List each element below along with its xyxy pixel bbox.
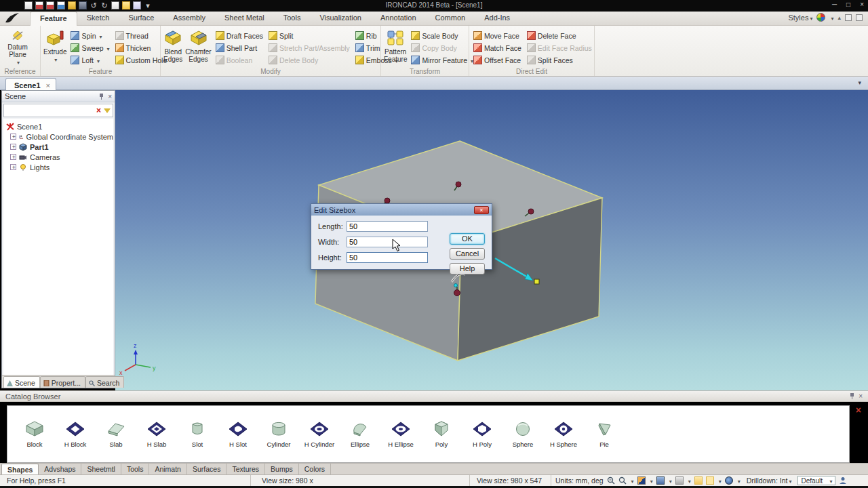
orbit-icon[interactable]: [675, 476, 684, 485]
expand-icon[interactable]: [10, 144, 16, 150]
catalog-tab-animatn[interactable]: Animatn: [149, 464, 187, 474]
config-select[interactable]: Default: [797, 476, 835, 485]
offset-face-button[interactable]: Offset Face: [472, 55, 523, 65]
help-dropdown-arrow-icon[interactable]: [829, 14, 833, 22]
catalog-item-h-cylinder[interactable]: H Cylinder: [299, 420, 340, 448]
tree-item-lights[interactable]: Lights: [3, 162, 113, 172]
catalog-item-h-block[interactable]: H Block: [55, 420, 96, 448]
boolean-button[interactable]: Boolean: [214, 55, 264, 65]
split-button[interactable]: Split: [267, 30, 351, 41]
pin-icon[interactable]: [98, 93, 104, 100]
catalog-item-poly[interactable]: Poly: [421, 420, 462, 448]
render-dropdown-icon[interactable]: [668, 476, 672, 485]
zoom-dropdown-icon[interactable]: [630, 476, 634, 485]
stretch-part-button[interactable]: Stretch Part/Assembly: [267, 43, 351, 53]
dialog-close-button[interactable]: [474, 206, 489, 214]
catalog-item-block[interactable]: Block: [14, 420, 55, 448]
catalog-item-pie[interactable]: Pie: [584, 420, 625, 448]
tree-item-scene1[interactable]: Scene1: [3, 121, 113, 131]
document-tab-scene1[interactable]: Scene1: [5, 78, 56, 90]
panel-close-icon[interactable]: ×: [108, 93, 112, 100]
catalog-tab-sheetmtl[interactable]: Sheetmtl: [81, 464, 121, 474]
style-panel-icon[interactable]: [845, 14, 852, 21]
zoom-out-icon[interactable]: [618, 476, 627, 485]
camera-view-icon[interactable]: [637, 476, 646, 485]
move-face-button[interactable]: Move Face: [472, 30, 523, 41]
delete-face-button[interactable]: Delete Face: [526, 30, 593, 41]
catalog-page-close-icon[interactable]: ×: [856, 405, 861, 415]
catalog-item-h-ellipse[interactable]: H Ellipse: [380, 420, 421, 448]
edit-face-radius-button[interactable]: Edit Face Radius: [526, 43, 593, 53]
cancel-button[interactable]: Cancel: [450, 248, 485, 260]
tab-annotation[interactable]: Annotation: [371, 12, 426, 26]
scene-filter-bar[interactable]: ×: [3, 104, 113, 117]
width-field[interactable]: [347, 237, 428, 247]
catalog-tab-surfaces[interactable]: Surfaces: [187, 464, 226, 474]
tree-item-part1[interactable]: Part1: [3, 142, 113, 152]
mirror-feature-button[interactable]: Mirror Feature: [410, 55, 475, 65]
scale-body-button[interactable]: Scale Body: [410, 30, 475, 41]
styles-dropdown[interactable]: Styles: [788, 14, 812, 22]
maximize-button[interactable]: □: [846, 1, 850, 8]
tree-item-global-coordinate-system[interactable]: Global Coordinate System: [3, 131, 113, 142]
catalog-close-icon[interactable]: ×: [859, 392, 863, 400]
size-handle-top[interactable]: [456, 182, 461, 187]
size-handle-left[interactable]: [384, 198, 390, 203]
clear-filter-icon[interactable]: ×: [96, 106, 101, 115]
catalog-item-slot[interactable]: Slot: [177, 420, 218, 448]
tab-assembly[interactable]: Assembly: [163, 12, 215, 26]
selection-mode-icon[interactable]: [706, 476, 714, 485]
shaded-dropdown-icon[interactable]: [736, 476, 741, 485]
loft-button[interactable]: Loft: [69, 55, 111, 65]
shell-part-button[interactable]: Shell Part: [214, 43, 264, 53]
help-button[interactable]: Help: [450, 263, 485, 274]
catalog-item-h-slab[interactable]: H Slab: [136, 420, 177, 448]
catalog-tab-textures[interactable]: Textures: [226, 464, 265, 474]
tab-common[interactable]: Common: [426, 12, 475, 26]
tab-tools[interactable]: Tools: [274, 12, 311, 26]
catalog-item-h-poly[interactable]: H Poly: [462, 420, 502, 448]
size-handle-right[interactable]: [528, 209, 534, 214]
tab-list-dropdown-icon[interactable]: ▾: [858, 79, 861, 86]
tab-close-icon[interactable]: [46, 81, 50, 89]
chamfer-edges-button[interactable]: Chamfer Edges: [185, 28, 211, 66]
height-field[interactable]: [347, 252, 428, 263]
tree-item-cameras[interactable]: Cameras: [3, 152, 113, 162]
render-mode-icon[interactable]: [656, 476, 665, 485]
expand-icon[interactable]: [10, 164, 16, 170]
datum-plane-button[interactable]: Datum Plane: [3, 28, 33, 66]
ok-button[interactable]: OK: [450, 233, 485, 245]
shaded-view-icon[interactable]: [725, 476, 733, 485]
catalog-pin-icon[interactable]: [849, 392, 855, 400]
dialog-title-bar[interactable]: Edit Sizebox: [311, 204, 492, 216]
split-faces-button[interactable]: Split Faces: [526, 55, 593, 65]
expand-icon[interactable]: [856, 14, 863, 21]
catalog-item-h-slot[interactable]: H Slot: [218, 420, 258, 448]
sweep-button[interactable]: Sweep: [69, 43, 111, 53]
minimize-ribbon-icon[interactable]: ▴: [837, 14, 841, 21]
catalog-item-h-sphere[interactable]: H Sphere: [543, 420, 584, 448]
catalog-tab-bumps[interactable]: Bumps: [265, 464, 299, 474]
match-face-button[interactable]: Match Face: [472, 43, 523, 53]
resize-endpoint-handle[interactable]: [534, 279, 539, 284]
panel-tab-properties[interactable]: Propert...: [40, 376, 85, 388]
catalog-tab-advshaps[interactable]: Advshaps: [39, 464, 81, 474]
expand-icon[interactable]: [10, 154, 16, 160]
tab-add-ins[interactable]: Add-Ins: [475, 12, 519, 26]
catalog-tab-tools[interactable]: Tools: [121, 464, 150, 474]
camera-dropdown-icon[interactable]: [649, 476, 653, 485]
close-button[interactable]: ×: [860, 1, 864, 8]
panel-tab-scene[interactable]: Scene: [3, 376, 40, 388]
triball-toggle-icon[interactable]: [694, 476, 703, 485]
draft-faces-button[interactable]: Draft Faces: [214, 30, 264, 41]
zoom-in-icon[interactable]: [607, 476, 615, 485]
delete-body-button[interactable]: Delete Body: [267, 55, 351, 65]
orient-handle[interactable]: [454, 284, 458, 287]
blend-edges-button[interactable]: Blend Edges: [163, 28, 182, 66]
catalog-item-slab[interactable]: Slab: [96, 420, 136, 448]
help-logo-icon[interactable]: [816, 13, 825, 22]
pattern-feature-button[interactable]: Pattern Feature: [384, 28, 407, 66]
length-field[interactable]: [347, 221, 428, 232]
catalog-browser-header[interactable]: Catalog Browser ×: [0, 390, 868, 402]
catalog-tab-shapes[interactable]: Shapes: [1, 464, 39, 474]
